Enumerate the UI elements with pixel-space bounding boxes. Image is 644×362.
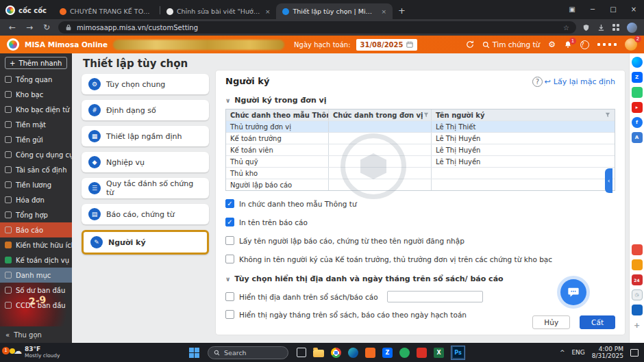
cell-role[interactable]: Thủ trưởng đơn vị (226, 121, 329, 132)
quick-add-button[interactable]: + Thêm nhanh (5, 57, 67, 69)
sidebar-item-kho-bac-dien-tu[interactable]: Kho bạc điện tử (0, 102, 72, 117)
cancel-button[interactable]: Hủy (532, 315, 570, 329)
checkbox-row-no-signer-treasury[interactable]: Không in tên người ký của Kế toán trưởng… (225, 255, 552, 263)
sidebar-item-so-du-ban-dau[interactable]: Số dư ban đầu (0, 283, 72, 298)
history-clock-icon[interactable]: ◷ (632, 289, 643, 300)
sidebar-item-tong-hop[interactable]: Tổng hợp (0, 207, 72, 222)
add-shortcut-icon[interactable]: + (632, 320, 643, 331)
messenger-icon[interactable] (632, 57, 643, 68)
sidebar-collapse-button[interactable]: « Thu gọn (0, 328, 72, 341)
cell-unit-title[interactable] (329, 168, 432, 179)
cell-signer[interactable] (432, 179, 615, 190)
green-app-icon[interactable] (399, 348, 410, 358)
weather-widget[interactable]: 1 ☁ 83°F Mostly cloudy (0, 346, 69, 359)
sidebar-item-tien-mat[interactable]: Tiền mặt (0, 117, 72, 132)
cell-signer[interactable]: Lê Thị Thiết (432, 121, 615, 132)
reset-default-link[interactable]: ↩ Lấy lại mặc định (545, 77, 615, 86)
checkbox-row-show-date[interactable]: Hiển thị ngày tháng trên sổ sách, báo cá… (225, 310, 467, 319)
option-bao-cao-chung-tu[interactable]: ▤Báo cáo, chứng từ (82, 204, 209, 224)
coccoc-brand[interactable]: cốc cốc (0, 3, 53, 18)
posting-date-picker[interactable]: 31/08/2025 (356, 39, 418, 51)
cell-role[interactable]: Kế toán trưởng (226, 133, 329, 144)
task-view-icon[interactable] (297, 348, 306, 357)
notification-bell[interactable]: 1 (564, 40, 572, 49)
table-row[interactable]: Thủ kho (226, 167, 615, 179)
cell-unit-title[interactable] (329, 144, 432, 155)
bookmark-star-icon[interactable]: ☆ (563, 24, 569, 31)
cell-role[interactable]: Người lập báo cáo (226, 179, 329, 190)
cell-unit-title[interactable] (329, 156, 432, 167)
cell-signer[interactable]: Lê Thị Huyền (432, 144, 615, 155)
app-switcher-icon[interactable] (597, 43, 617, 46)
start-button[interactable] (189, 348, 199, 358)
checkbox[interactable] (225, 310, 234, 319)
cell-unit-title[interactable] (329, 121, 432, 132)
table-row[interactable]: Kế toán trưởng Lê Thị Huyền (226, 132, 615, 144)
sidebar-item-ke-toan-dich-vu[interactable]: Kế toán dịch vụ (0, 253, 72, 268)
url-bar[interactable]: mimosaapp.misa.vn/customSetting ☆ (58, 21, 576, 34)
column-header[interactable]: Tên người ký (432, 109, 615, 120)
red-app-icon[interactable] (632, 244, 643, 255)
close-window-button[interactable]: × (623, 0, 644, 19)
sidebar-item-danh-muc[interactable]: Danh mục (0, 268, 72, 283)
close-tab-icon[interactable]: × (264, 8, 271, 15)
cell-role[interactable]: Thủ kho (226, 168, 329, 179)
forward-button[interactable]: → (24, 23, 35, 32)
calculator-icon[interactable] (632, 305, 643, 315)
download-icon[interactable] (597, 24, 605, 31)
table-row[interactable]: Thủ quỹ Lê Thị Huyền (226, 155, 615, 167)
sidebar-item-hoa-don[interactable]: Hóa đơn (0, 192, 72, 207)
sidebar-item-tai-san-co-dinh[interactable]: Tài sản cố định (0, 162, 72, 177)
red-app-icon[interactable] (417, 348, 427, 358)
place-name-input[interactable] (387, 291, 483, 302)
checkbox[interactable] (225, 218, 234, 227)
maximize-button[interactable]: □ (603, 0, 623, 19)
apps-grid-icon[interactable] (612, 24, 619, 31)
back-button[interactable]: ← (7, 23, 18, 32)
panel-collapse-tab[interactable]: ‹ (605, 168, 612, 193)
youtube-icon[interactable]: ▸ (632, 102, 643, 113)
sidebar-item-tien-luong[interactable]: Tiền lương (0, 177, 72, 192)
tab-custom-setting[interactable]: Thiết lập tùy chọn | Mimosa... × (276, 3, 393, 19)
panel-help-icon[interactable]: ? (532, 77, 543, 87)
cell-role[interactable]: Thủ quỹ (226, 156, 329, 167)
taskbar-clock[interactable]: 4:00 PM 8/31/2025 (592, 346, 623, 360)
checkbox[interactable] (225, 292, 234, 301)
green-app-icon[interactable] (632, 87, 643, 98)
misa-logo-icon[interactable] (7, 38, 19, 51)
option-quy-tac-danh-so[interactable]: ☰Quy tắc đánh số chứng từ (82, 178, 209, 198)
column-header[interactable]: Chức danh theo mẫu Thông tư (226, 109, 329, 120)
option-nguoi-ky[interactable]: ✎Người ký (82, 230, 209, 255)
sidebar-item-cong-cu-dung-cu[interactable]: Công cụ dụng cụ (0, 147, 72, 162)
option-thiet-lap-ngam-dinh[interactable]: ▦Thiết lập ngầm định (82, 126, 209, 146)
checkbox[interactable] (225, 199, 234, 208)
edge-icon[interactable] (348, 348, 358, 358)
orange-app-icon[interactable] (632, 259, 643, 270)
option-dinh-dang-so[interactable]: #Định dạng số (82, 100, 209, 120)
support-chat-button[interactable] (560, 279, 586, 305)
sidebar-item-kien-thuc[interactable]: Kiến thức hữu ích (0, 237, 72, 253)
user-avatar[interactable]: 2 (625, 38, 637, 51)
cell-unit-title[interactable] (329, 179, 432, 190)
table-row[interactable]: Thủ trưởng đơn vị Lê Thị Thiết (226, 120, 615, 132)
filter-funnel-icon[interactable] (605, 112, 610, 119)
language-indicator[interactable]: ENG (571, 349, 584, 356)
sidebar-item-tong-quan[interactable]: Tổng quan (0, 72, 72, 87)
help-icon[interactable]: ? (580, 40, 589, 49)
cell-signer[interactable]: Lê Thị Huyền (432, 133, 615, 144)
checkbox[interactable] (225, 236, 234, 245)
shield-icon[interactable] (582, 24, 590, 31)
filter-funnel-icon[interactable] (423, 112, 429, 119)
table-row[interactable]: Người lập báo cáo (226, 179, 615, 190)
column-header[interactable]: Chức danh trong đơn vị (329, 109, 432, 120)
checkbox-row-print-role[interactable]: In chức danh theo mẫu Thông tư (225, 199, 357, 208)
table-row[interactable]: Kế toán viên Lê Thị Huyền (226, 144, 615, 155)
checkbox-row-login-name[interactable]: Lấy tên người lập báo cáo, chứng từ theo… (225, 236, 465, 245)
file-explorer-icon[interactable] (313, 350, 324, 357)
sidebar-item-tien-gui[interactable]: Tiền gửi (0, 132, 72, 147)
chrome-icon[interactable] (331, 348, 341, 358)
section-place-date-options[interactable]: ∨ Tùy chọn hiển thị địa danh và ngày thá… (225, 274, 504, 283)
sync-icon[interactable] (466, 40, 474, 49)
cell-signer[interactable]: Lê Thị Huyền (432, 156, 615, 167)
cell-unit-title[interactable] (329, 133, 432, 144)
